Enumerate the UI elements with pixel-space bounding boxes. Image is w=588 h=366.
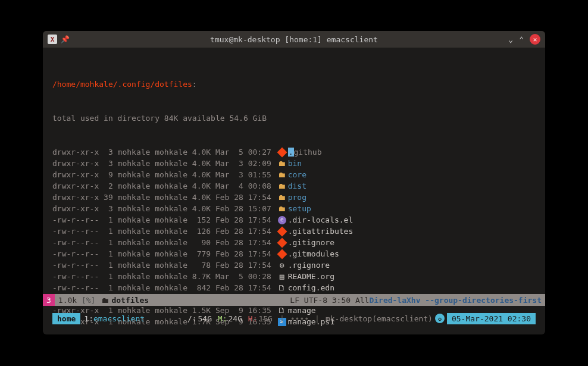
titlebar[interactable]: X 📌 tmux@mk-desktop [home:1] emacsclient… — [43, 31, 545, 48]
git-icon — [278, 250, 286, 258]
book-icon: ▤ — [280, 271, 284, 282]
dired-entry[interactable]: -rw-r--r-- 1 mohkale mohkale 152 Feb 28 … — [52, 214, 536, 226]
entry-name: prog — [288, 192, 306, 203]
modeline-encoding: LF UTF-8 3:50 All — [290, 296, 369, 305]
dired-entry[interactable]: -rw-r--r-- 1 mohkale mohkale 78 Feb 28 1… — [52, 259, 536, 271]
modeline-buffer: dotfiles — [111, 296, 149, 305]
close-icon[interactable]: ✕ — [530, 34, 540, 45]
entry-meta: drwxr-xr-x 3 mohkale mohkale 4.0K Mar 5 … — [52, 146, 276, 158]
modeline-badge: 3 — [43, 294, 55, 306]
entry-name: bin — [288, 158, 302, 169]
entry-name: dist — [288, 180, 306, 192]
entry-name: .gitattributes — [288, 226, 354, 237]
folder-icon: 🖿 — [278, 158, 286, 169]
entry-name: .rgignore — [288, 259, 330, 271]
gear-icon: ⚙ — [280, 259, 284, 271]
tmux-dots: •••• — [290, 314, 309, 323]
entry-name: .gitmodules — [288, 248, 339, 259]
entry-meta: drwxr-xr-x 3 mohkale mohkale 4.0K Mar 3 … — [52, 158, 276, 169]
dired-entry[interactable]: -rw-r--r-- 1 mohkale mohkale 779 Feb 28 … — [52, 248, 536, 259]
tmux-disk: /:54G M:24G H:15G — [187, 314, 274, 323]
tmux-session[interactable]: home — [52, 313, 80, 324]
git-icon — [278, 148, 286, 157]
entry-meta: drwxr-xr-x 9 mohkale mohkale 4.0K Mar 3 … — [52, 169, 276, 180]
dired-entry[interactable]: -rw-r--r-- 1 mohkale mohkale 126 Feb 28 … — [52, 226, 536, 237]
dired-entry[interactable]: drwxr-xr-x 2 mohkale mohkale 4.0K Mar 4 … — [52, 180, 536, 192]
entry-meta: -rw-r--r-- 1 mohkale mohkale 90 Feb 28 1… — [52, 237, 276, 248]
window-title: tmux@mk-desktop [home:1] emacsclient — [43, 35, 545, 44]
tmux-datetime: 05-Mar-2021 02:30 — [447, 313, 536, 324]
emacs-modeline: 3 1.0k [%] 🖿 dotfiles LF UTF-8 3:50 All … — [43, 294, 545, 306]
entry-name: .dir-locals.el — [288, 214, 354, 226]
separator: | — [309, 314, 326, 323]
entry-name: .github — [288, 146, 322, 158]
modeline-major: Dired — [369, 296, 392, 305]
entry-meta: -rw-r--r-- 1 mohkale mohkale 779 Feb 28 … — [52, 248, 276, 259]
entry-name: core — [288, 169, 306, 180]
dired-path: /home/mohkale/.config/dotfiles — [52, 79, 192, 90]
folder-icon: 🖿 — [278, 192, 286, 203]
folder-icon: 🖿 — [99, 296, 111, 305]
tmux-statusbar: home 1:emacsclient /:54G M:24G H:15G | •… — [52, 312, 536, 325]
dired-entry[interactable]: drwxr-xr-x 39 mohkale mohkale 4.0K Feb 2… — [52, 192, 536, 203]
entry-meta: -rw-r--r-- 1 mohkale mohkale 78 Feb 28 1… — [52, 259, 276, 271]
separator: | — [274, 314, 290, 323]
entry-name: README.org — [288, 271, 334, 282]
emacs-icon: e — [278, 216, 286, 224]
folder-icon: 🖿 — [278, 180, 286, 192]
entry-meta: drwxr-xr-x 2 mohkale mohkale 4.0K Mar 4 … — [52, 180, 276, 192]
entry-meta: -rw-r--r-- 1 mohkale mohkale 842 Feb 28 … — [52, 282, 276, 293]
maximize-icon[interactable]: ⌃ — [519, 35, 524, 44]
dired-summary: total used in directory 84K available 54… — [52, 112, 267, 124]
dired-entry[interactable]: -rw-r--r-- 1 mohkale mohkale 8.7K Mar 5 … — [52, 271, 536, 282]
modeline-size: 1.0k [%] — [55, 296, 99, 305]
dired-entry[interactable]: drwxr-xr-x 9 mohkale mohkale 4.0K Mar 3 … — [52, 169, 536, 180]
file-icon: 🗋 — [278, 282, 286, 293]
terminal-window: X 📌 tmux@mk-desktop [home:1] emacsclient… — [43, 31, 545, 334]
modeline-flags: -laXhv --group-directories-first — [393, 296, 542, 305]
folder-icon: 🖿 — [278, 169, 286, 180]
dired-entry[interactable]: drwxr-xr-x 3 mohkale mohkale 4.0K Feb 28… — [52, 203, 536, 214]
dired-entry[interactable]: -rw-r--r-- 1 mohkale mohkale 842 Feb 28 … — [52, 282, 536, 293]
entry-meta: drwxr-xr-x 39 mohkale mohkale 4.0K Feb 2… — [52, 192, 276, 203]
pin-icon[interactable]: 📌 — [61, 35, 70, 43]
tmux-window[interactable]: 1:emacsclient — [80, 314, 148, 323]
folder-icon: 🖿 — [278, 203, 286, 214]
app-icon: X — [48, 35, 57, 44]
entry-meta: -rw-r--r-- 1 mohkale mohkale 152 Feb 28 … — [52, 214, 276, 226]
entry-meta: -rw-r--r-- 1 mohkale mohkale 126 Feb 28 … — [52, 226, 276, 237]
entry-name: setup — [288, 203, 311, 214]
dired-entry[interactable]: -rw-r--r-- 1 mohkale mohkale 90 Feb 28 1… — [52, 237, 536, 248]
entry-meta: -rw-r--r-- 1 mohkale mohkale 8.7K Mar 5 … — [52, 271, 276, 282]
entry-name: .gitignore — [288, 237, 334, 248]
tmux-host: mk-desktop(emacsclient) — [326, 314, 433, 323]
minimize-icon[interactable]: ⌄ — [508, 35, 513, 44]
dired-entry[interactable]: drwxr-xr-x 3 mohkale mohkale 4.0K Mar 3 … — [52, 158, 536, 169]
entry-meta: drwxr-xr-x 3 mohkale mohkale 4.0K Feb 28… — [52, 203, 276, 214]
entry-name: config.edn — [288, 282, 334, 293]
terminal-content[interactable]: /home/mohkale/.config/dotfiles: total us… — [43, 48, 545, 334]
clock-icon: ✪ — [435, 314, 445, 323]
dired-entry[interactable]: drwxr-xr-x 3 mohkale mohkale 4.0K Mar 5 … — [52, 146, 536, 158]
git-icon — [278, 227, 286, 236]
git-icon — [278, 239, 286, 247]
